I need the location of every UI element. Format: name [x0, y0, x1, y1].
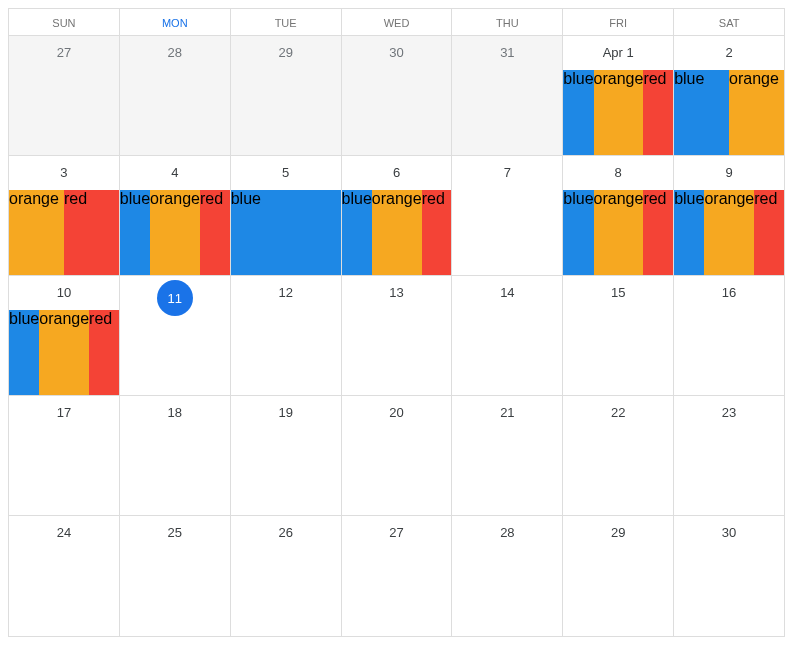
day-cell[interactable]: 21: [452, 396, 563, 515]
event-block[interactable]: orange: [704, 190, 754, 275]
day-cell[interactable]: 15: [563, 276, 674, 395]
day-number[interactable]: 13: [342, 276, 452, 304]
day-number[interactable]: 15: [563, 276, 673, 304]
event-block[interactable]: blue: [231, 190, 341, 275]
day-number[interactable]: 5: [231, 156, 341, 184]
day-cell[interactable]: 30: [342, 36, 453, 155]
day-cell[interactable]: 7: [452, 156, 563, 275]
event-block[interactable]: blue: [563, 190, 593, 275]
event-block[interactable]: red: [422, 190, 452, 275]
day-cell[interactable]: 9blueorangered: [674, 156, 784, 275]
day-cell[interactable]: 13: [342, 276, 453, 395]
weekday-header: TUE: [231, 9, 342, 36]
day-number[interactable]: 19: [231, 396, 341, 424]
day-number[interactable]: 21: [452, 396, 562, 424]
day-cell[interactable]: Apr 1blueorangered: [563, 36, 674, 155]
day-cell[interactable]: 29: [231, 36, 342, 155]
day-number[interactable]: 12: [231, 276, 341, 304]
day-number[interactable]: 14: [452, 276, 562, 304]
day-cell[interactable]: 5blue: [231, 156, 342, 275]
day-number[interactable]: 28: [120, 36, 230, 64]
day-number[interactable]: 22: [563, 396, 673, 424]
day-cell[interactable]: 23: [674, 396, 784, 515]
day-cell[interactable]: 30: [674, 516, 784, 636]
day-number[interactable]: 29: [563, 516, 673, 544]
day-cell[interactable]: 12: [231, 276, 342, 395]
day-cell[interactable]: 10blueorangered: [9, 276, 120, 395]
calendar-week-row: 10blueorangered111213141516: [9, 276, 784, 396]
day-cell[interactable]: 26: [231, 516, 342, 636]
day-number[interactable]: 11: [120, 276, 230, 304]
day-number[interactable]: 18: [120, 396, 230, 424]
day-number[interactable]: 17: [9, 396, 119, 424]
day-cell[interactable]: 4blueorangered: [120, 156, 231, 275]
day-number[interactable]: 2: [674, 36, 784, 64]
event-block[interactable]: blue: [674, 190, 704, 275]
event-block[interactable]: orange: [9, 190, 64, 275]
day-cell[interactable]: 27: [9, 36, 120, 155]
event-block[interactable]: red: [200, 190, 230, 275]
event-block[interactable]: blue: [563, 70, 593, 155]
event-block[interactable]: orange: [729, 70, 784, 155]
day-number[interactable]: 29: [231, 36, 341, 64]
event-block[interactable]: blue: [9, 310, 39, 395]
day-number[interactable]: 30: [342, 36, 452, 64]
day-cell[interactable]: 28: [120, 36, 231, 155]
event-block[interactable]: red: [89, 310, 119, 395]
event-block[interactable]: red: [643, 190, 673, 275]
day-cell[interactable]: 17: [9, 396, 120, 515]
day-number[interactable]: 31: [452, 36, 562, 64]
day-cell[interactable]: 25: [120, 516, 231, 636]
event-block[interactable]: orange: [39, 310, 89, 395]
calendar-week-row: 3orangered4blueorangered5blue6blueorange…: [9, 156, 784, 276]
event-block[interactable]: red: [643, 70, 673, 155]
today-indicator[interactable]: 11: [157, 280, 193, 316]
day-cell[interactable]: 20: [342, 396, 453, 515]
day-number[interactable]: Apr 1: [563, 36, 673, 64]
day-number[interactable]: 6: [342, 156, 452, 184]
day-number[interactable]: 10: [9, 276, 119, 304]
day-cell[interactable]: 16: [674, 276, 784, 395]
day-cell[interactable]: 29: [563, 516, 674, 636]
day-number[interactable]: 4: [120, 156, 230, 184]
event-block[interactable]: orange: [372, 190, 422, 275]
day-number[interactable]: 27: [342, 516, 452, 544]
day-number[interactable]: 8: [563, 156, 673, 184]
weekday-header: SUN: [9, 9, 120, 36]
day-cell[interactable]: 3orangered: [9, 156, 120, 275]
day-events: blueorangered: [563, 64, 673, 155]
day-cell[interactable]: 27: [342, 516, 453, 636]
day-cell[interactable]: 31: [452, 36, 563, 155]
day-number[interactable]: 3: [9, 156, 119, 184]
day-events: blueorangered: [342, 184, 452, 275]
day-number[interactable]: 24: [9, 516, 119, 544]
day-number[interactable]: 16: [674, 276, 784, 304]
day-number[interactable]: 28: [452, 516, 562, 544]
day-cell[interactable]: 22: [563, 396, 674, 515]
day-number[interactable]: 20: [342, 396, 452, 424]
day-number[interactable]: 25: [120, 516, 230, 544]
day-number[interactable]: 9: [674, 156, 784, 184]
day-number[interactable]: 26: [231, 516, 341, 544]
day-number[interactable]: 23: [674, 396, 784, 424]
event-block[interactable]: orange: [594, 190, 644, 275]
event-block[interactable]: red: [754, 190, 784, 275]
event-block[interactable]: orange: [594, 70, 644, 155]
day-cell[interactable]: 28: [452, 516, 563, 636]
day-cell[interactable]: 2blueorange: [674, 36, 784, 155]
day-cell[interactable]: 6blueorangered: [342, 156, 453, 275]
event-block[interactable]: blue: [120, 190, 150, 275]
day-number[interactable]: 7: [452, 156, 562, 184]
day-cell[interactable]: 24: [9, 516, 120, 636]
day-cell[interactable]: 11: [120, 276, 231, 395]
day-cell[interactable]: 8blueorangered: [563, 156, 674, 275]
event-block[interactable]: orange: [150, 190, 200, 275]
event-block[interactable]: blue: [674, 70, 729, 155]
day-number[interactable]: 30: [674, 516, 784, 544]
day-cell[interactable]: 14: [452, 276, 563, 395]
event-block[interactable]: red: [64, 190, 119, 275]
day-cell[interactable]: 18: [120, 396, 231, 515]
day-number[interactable]: 27: [9, 36, 119, 64]
day-cell[interactable]: 19: [231, 396, 342, 515]
event-block[interactable]: blue: [342, 190, 372, 275]
